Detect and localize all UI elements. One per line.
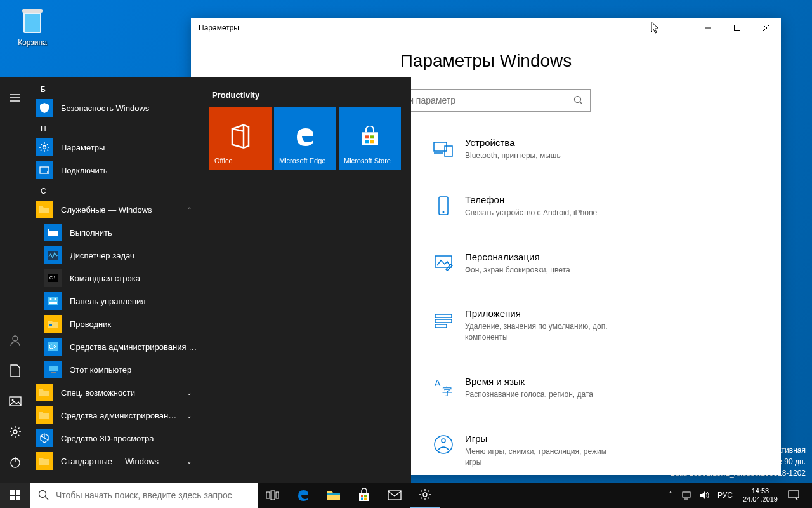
app-control-panel[interactable]: Панель управления [30,290,199,312]
taskbar-explorer[interactable] [318,483,349,508]
tray-network-icon[interactable] [682,491,695,500]
tile-office[interactable]: Office [209,107,272,170]
taskbar-search-input[interactable] [56,490,250,500]
app-task-manager[interactable]: Диспетчер задач [30,244,199,267]
taskbar-search[interactable] [30,483,258,508]
settings-item-time[interactable]: A字 Время и языкРаспознавание голоса, рег… [432,376,610,400]
letter-header-s[interactable]: С [30,182,199,198]
taskbar-store[interactable] [349,483,379,508]
shield-icon [36,99,53,117]
svg-rect-75 [789,491,799,498]
svg-point-30 [12,399,14,401]
app-cmd[interactable]: C:\Командная строка [30,267,199,290]
tray-chevron-icon[interactable]: ˄ [664,491,677,500]
tray-volume-icon[interactable] [700,491,712,500]
svg-rect-17 [435,324,447,328]
app-3d-viewer[interactable]: Средство 3D-просмотра [30,427,199,450]
taskbar-settings[interactable] [410,483,440,508]
phone-icon [432,194,455,217]
settings-item-phone[interactable]: ТелефонСвязать устройство с Android, iPh… [432,194,610,218]
show-desktop-button[interactable] [806,483,809,508]
tile-group-label[interactable]: Productivity [209,90,401,100]
settings-item-apps[interactable]: ПриложенияУдаление, значения по умолчани… [432,308,610,343]
cmd-icon: C:\ [44,269,62,287]
documents-button[interactable] [0,356,30,386]
svg-rect-15 [435,314,452,318]
minimize-button[interactable] [693,18,723,38]
svg-rect-70 [364,498,367,500]
settings-heading: Параметры Windows [216,51,756,71]
chevron-down-icon: ⌄ [187,389,192,396]
svg-point-34 [43,146,46,149]
tray-clock[interactable]: 14:5324.04.2019 [738,487,783,504]
app-admin-tools-2[interactable]: Средства администрирования...⌄ [30,404,199,427]
run-icon [44,224,62,241]
letter-header-b[interactable]: Б [30,80,199,97]
start-apps-list[interactable]: Б Безопасность Windows П Параметры Подкл… [30,77,199,483]
svg-rect-2 [22,9,43,13]
task-view-button[interactable] [258,483,288,508]
svg-text:字: 字 [442,386,452,397]
app-settings[interactable]: Параметры [30,136,199,159]
cursor-icon [651,22,661,34]
app-connect[interactable]: Подключить [30,159,199,182]
power-button[interactable] [0,447,30,478]
svg-rect-73 [683,492,690,497]
app-standard[interactable]: Стандартные — Windows⌄ [30,450,199,472]
settings-button[interactable] [0,417,30,447]
svg-point-60 [39,491,46,498]
svg-rect-64 [276,492,279,498]
settings-search-input[interactable] [388,95,573,105]
window-titlebar[interactable]: Параметры [191,18,781,38]
store-icon [359,126,381,147]
svg-rect-49 [49,366,58,371]
hamburger-button[interactable] [0,83,30,113]
svg-rect-63 [271,491,275,500]
taskbar-mail[interactable] [379,483,410,508]
connect-icon [36,161,53,179]
svg-point-13 [443,211,445,213]
tray-notifications-icon[interactable] [788,490,801,500]
start-button[interactable] [0,483,30,508]
svg-rect-50 [51,372,56,373]
svg-rect-45 [49,302,57,304]
app-admin-tools[interactable]: Средства администрирования Wi... [30,335,199,358]
letter-header-p[interactable]: П [30,119,199,136]
apps-icon [432,308,455,331]
svg-rect-4 [735,25,740,31]
settings-item-gaming[interactable]: ИгрыМеню игры, снимки, трансляция, режим… [432,433,610,468]
tile-edge[interactable]: Microsoft Edge [274,107,336,170]
svg-rect-65 [327,493,340,495]
chevron-up-icon: ⌃ [187,206,192,213]
svg-rect-57 [16,490,20,495]
personalize-icon [432,251,455,274]
svg-point-44 [55,298,56,300]
settings-search[interactable] [381,89,591,112]
maximize-button[interactable] [723,18,752,38]
pc-icon [44,361,62,378]
app-system-tools[interactable]: Служебные — Windows⌃ [30,198,199,221]
admin-tools-icon [44,338,62,356]
svg-rect-54 [365,140,369,143]
devices-icon [432,137,455,160]
app-explorer[interactable]: Проводник [30,312,199,335]
taskbar-edge[interactable] [288,483,318,508]
tile-store[interactable]: Microsoft Store [339,107,401,170]
recycle-bin[interactable]: Корзина [10,5,55,47]
app-this-pc[interactable]: Этот компьютер [30,358,199,381]
folder-icon [36,406,53,424]
svg-point-20 [435,436,452,453]
pictures-button[interactable] [0,386,30,417]
tray-lang[interactable]: РУС [717,491,733,500]
settings-item-devices[interactable]: УстройстваBluetooth, принтеры, мышь [432,137,610,161]
settings-item-personalization[interactable]: ПерсонализацияФон, экран блокировки, цве… [432,251,610,276]
app-run[interactable]: Выполнить [30,221,199,244]
close-button[interactable] [752,18,781,38]
app-accessibility[interactable]: Спец. возможности⌄ [30,381,199,404]
folder-icon [36,201,53,218]
user-button[interactable] [0,325,30,356]
folder-icon [36,452,53,470]
app-windows-security[interactable]: Безопасность Windows [30,97,199,119]
cube-icon [36,429,53,447]
svg-rect-67 [361,495,363,497]
